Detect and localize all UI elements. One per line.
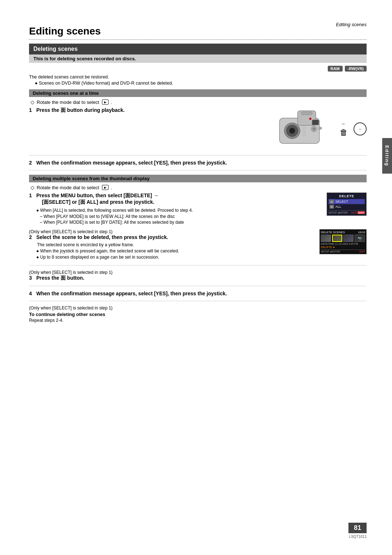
step-menu-number: 1 [29,193,36,198]
thumb-2-selected [332,235,342,242]
delete-screen-title: DELETE [328,194,365,198]
delete-scenes-datetime: DATE/TIME 12-15-2004 3:45 PM [321,243,365,245]
thumb-4-camera: 📷 [355,235,365,242]
step-2-number: 2 [29,160,36,166]
step2b-prefix: (Only when [SELECT] is selected in step … [29,229,312,234]
delete-scenes-screen-ui: DELETE SCENES 16/16 📷 DATE/TIME 12-15-20… [319,229,367,254]
badge-rw: -RW(VR) [345,66,367,72]
bullet-when-all: ● When [ALL] is selected, the following … [36,208,312,213]
sub-bullet-by-date: – When [PLAY MODE] is set to [BY DATE]: … [40,220,312,225]
step2b-container: (Only when [SELECT] is selected in step … [29,229,367,261]
step-1-text: Press the 面 button during playback. [36,107,269,114]
rotate-dial-text-1: Rotate the mode dial to select [37,100,99,105]
svg-text:面: 面 [331,201,333,203]
step-2-row: 2 When the confirmation message appears,… [29,160,367,166]
divider-2 [29,170,367,170]
step1-container: 1 Press the 面 button during playback. [29,107,367,151]
rotate-dial-text-2: Rotate the mode dial to select [37,185,99,190]
yellow-frame-note: The selected scene is encircled by a yel… [37,242,312,247]
step1-left: 1 Press the 面 button during playback. [29,107,269,116]
step3-prefix: (Only when [SELECT] is selected in step … [29,270,367,275]
delete-screen-bottom: SETUP ●ENTER EXIT EXIT [328,210,365,214]
step-4-text: When the confirmation message appears, s… [36,291,367,296]
divider-5 [29,301,367,301]
step-2b-text: Select the scene to be deleted, then pre… [36,234,312,240]
svg-rect-5 [312,120,319,125]
step-4-number: 4 [29,291,36,296]
svg-rect-12 [319,127,322,129]
step-2b-row: 2 Select the scene to be deleted, then p… [29,234,312,240]
divider-3 [29,265,367,266]
page-number: 81 [348,523,367,533]
continue-title: To continue deleting other scenes [29,312,367,317]
all-icon: 面 [330,205,334,208]
step-menu-text: Press the MENU button, then select [面DEL… [36,193,312,206]
section-header-deleting: Deleting scenes [29,44,367,54]
thumbnail-grid: 📷 [321,235,365,242]
sidebar-editing-label: Editing [382,138,392,174]
delete-scenes-title-row: DELETE SCENES 16/16 [321,231,365,234]
thumb-3 [343,235,354,242]
step-2b-number: 2 [29,234,36,240]
delete-screen-all-item: 面 ALL [328,204,365,209]
top-right-italic-heading: Editing scenes [336,22,367,27]
select-icon: 面 [330,200,334,203]
step1-right-image: ← 🗑 ○ [276,107,367,151]
delete-exit: EXIT EXIT [351,211,365,214]
delete-scenes-screen-container: DELETE SCENES 16/16 📷 DATE/TIME 12-15-20… [319,229,367,254]
svg-point-3 [289,128,295,134]
select-label: SELECT [335,200,348,203]
step-2-text: When the confirmation message appears, s… [36,160,367,166]
divider-4 [29,286,367,286]
bullet-joystick: ● When the joystick is pressed again, th… [36,248,312,254]
badge-ram: RAM [328,66,343,72]
step-4-row: 4 When the confirmation message appears,… [29,291,367,296]
scenes-exit: EXIT [359,250,365,253]
scenes-setup-enter: SETUP ●ENTER [321,250,340,253]
svg-point-11 [313,127,315,130]
delete-label-screen: DELETE ● [321,246,365,249]
svg-rect-7 [301,112,312,115]
step-1-row: 1 Press the 面 button during playback. [29,107,269,114]
play-mode-icon [102,100,109,105]
page-title: Editing scenes [29,25,367,37]
continue-text: Repeat steps 2-4. [29,318,367,323]
diamond-instruction-2: ◇ Rotate the mode dial to select . [30,185,367,190]
camcorder-image [276,107,334,151]
delete-setup-enter: SETUP ●ENTER [328,211,348,214]
subsection-header-multiple: Deleting multiple scenes from the thumbn… [29,175,367,182]
note-deleted-scenes: The deleted scenes cannot be restored. [29,74,367,80]
period: . [111,100,112,105]
step-menu-row: 1 Press the MENU button, then select [面D… [29,193,312,206]
sub-bullet-view-all: – When [PLAY MODE] is set to [VIEW ALL]:… [40,214,312,219]
lsqt-code: LSQT1011 [349,535,367,539]
bullet-8scenes: ● Up to 8 scenes displayed on a page can… [36,255,312,260]
subsection-header-one-at-a-time: Deleting scenes one at a time [29,89,367,97]
exit-badge: EXIT [358,211,365,214]
step-menu-left: 1 Press the MENU button, then select [面D… [29,193,312,226]
diamond-icon-2: ◇ [30,185,34,190]
bullet-note-dvd: ● Scenes on DVD-RW (Video format) and DV… [35,81,367,86]
divider-1 [29,155,367,155]
section-subheader: This is for deleting scenes recorded on … [29,54,367,63]
diamond-instruction-1: ◇ Rotate the mode dial to select . [30,99,367,105]
step-3-text: Press the 面 button. [36,275,367,281]
delete-scenes-title: DELETE SCENES [321,231,345,234]
step-1-number: 1 [29,107,36,113]
svg-text:面: 面 [331,206,333,208]
delete-scenes-counter: 16/16 [358,231,365,234]
svg-point-6 [309,118,311,120]
step-3-row: 3 Press the 面 button. [29,275,367,281]
step2b-left: (Only when [SELECT] is selected in step … [29,229,312,261]
circle-button-icon: ○ [354,122,367,135]
all-label: ALL [335,205,341,208]
title-divider [29,39,367,40]
delete-screen-ui: DELETE 面 SELECT 面 ALL SETUP ●ENTER [327,193,367,216]
step-3-number: 3 [29,275,36,281]
play-mode-icon-2 [102,185,109,190]
step-menu-container: 1 Press the MENU button, then select [面D… [29,193,367,226]
continue-prefix: (Only when [SELECT] is selected in step … [29,305,367,311]
thumb-1 [321,235,331,242]
delete-screen-container: DELETE 面 SELECT 面 ALL SETUP ●ENTER [319,193,367,216]
delete-scenes-bottom-bar: SETUP ●ENTER EXIT [321,250,365,253]
